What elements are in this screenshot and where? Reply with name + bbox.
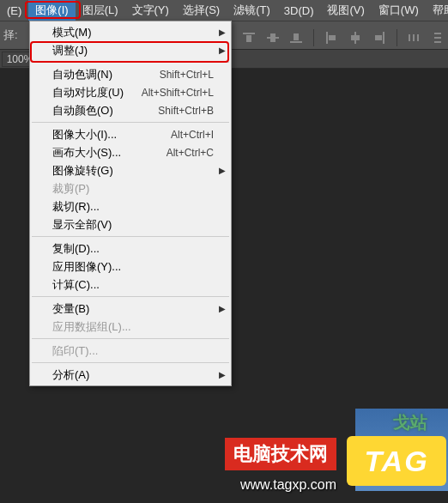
menu-item[interactable]: 画布大小(S)...Alt+Ctrl+C xyxy=(30,143,231,161)
menu-item[interactable]: 计算(C)... xyxy=(30,276,231,294)
svg-rect-11 xyxy=(375,35,382,40)
menu-item-label: 应用数据组(L)... xyxy=(52,319,131,335)
menu-item: 陷印(T)... xyxy=(30,342,231,360)
menu-image[interactable]: 图像(I) xyxy=(28,0,75,21)
submenu-arrow-icon: ▶ xyxy=(219,27,226,37)
menu-item: 应用数据组(L)... xyxy=(30,318,231,336)
menu-item-label: 图像大小(I)... xyxy=(52,127,117,142)
distribute-v-icon[interactable] xyxy=(428,28,447,47)
menu-item-shortcut: Alt+Ctrl+I xyxy=(171,129,214,141)
divider xyxy=(313,29,314,46)
menu-item[interactable]: 显示全部(V) xyxy=(30,215,231,233)
svg-rect-10 xyxy=(383,32,384,44)
menu-item[interactable]: 图像大小(I)...Alt+Ctrl+I xyxy=(30,125,231,143)
submenu-arrow-icon: ▶ xyxy=(219,166,226,175)
submenu-arrow-icon: ▶ xyxy=(219,304,226,313)
watermark-tag: TAG xyxy=(347,436,446,486)
menubar: (E) 图像(I) 图层(L) 文字(Y) 选择(S) 滤镜(T) 3D(D) … xyxy=(0,0,448,21)
svg-rect-14 xyxy=(417,34,419,41)
menu-separator xyxy=(32,338,229,339)
svg-rect-3 xyxy=(270,33,275,42)
menu-item[interactable]: 自动颜色(O)Shift+Ctrl+B xyxy=(30,101,231,119)
align-vcenter-icon[interactable] xyxy=(263,28,282,47)
menu-separator xyxy=(32,122,229,123)
align-hcenter-icon[interactable] xyxy=(346,28,365,47)
image-menu-dropdown: 模式(M)▶调整(J)▶自动色调(N)Shift+Ctrl+L自动对比度(U)A… xyxy=(29,21,232,386)
menu-item-label: 应用图像(Y)... xyxy=(52,259,121,275)
svg-rect-1 xyxy=(246,35,251,42)
alignment-toolbar xyxy=(232,26,448,50)
menu-edit[interactable]: (E) xyxy=(0,2,28,20)
menu-item-shortcut: Shift+Ctrl+B xyxy=(158,105,214,117)
distribute-h-icon[interactable] xyxy=(404,28,423,47)
watermark-site: 电脑技术网 xyxy=(225,438,336,470)
menu-text[interactable]: 文字(Y) xyxy=(125,0,176,21)
menu-item[interactable]: 分析(A)▶ xyxy=(30,366,231,384)
menu-item-label: 复制(D)... xyxy=(52,241,100,257)
menu-separator xyxy=(32,296,229,297)
menu-item-label: 分析(A) xyxy=(52,367,89,383)
menu-item[interactable]: 自动色调(N)Shift+Ctrl+L xyxy=(30,65,231,83)
menu-window[interactable]: 窗口(W) xyxy=(372,0,426,21)
menu-separator xyxy=(32,362,229,363)
svg-rect-7 xyxy=(329,35,336,40)
menu-item-label: 自动色调(N) xyxy=(52,67,112,82)
toolbar-label: 择: xyxy=(3,27,18,43)
menu-item[interactable]: 裁切(R)... xyxy=(30,197,231,215)
menu-layer[interactable]: 图层(L) xyxy=(76,0,125,21)
align-left-icon[interactable] xyxy=(322,28,341,47)
menu-item-label: 图像旋转(G) xyxy=(52,163,113,179)
menu-3d[interactable]: 3D(D) xyxy=(277,2,321,20)
svg-rect-13 xyxy=(413,34,415,41)
svg-rect-5 xyxy=(294,33,299,40)
menu-item-label: 自动颜色(O) xyxy=(52,103,113,118)
svg-rect-6 xyxy=(326,32,328,44)
menu-item[interactable]: 自动对比度(U)Alt+Shift+Ctrl+L xyxy=(30,83,231,101)
svg-rect-15 xyxy=(434,33,441,34)
menu-separator xyxy=(32,236,229,237)
menu-item-label: 画布大小(S)... xyxy=(52,145,121,161)
menu-separator xyxy=(32,62,229,63)
menu-item-label: 裁切(R)... xyxy=(52,199,100,215)
svg-rect-16 xyxy=(434,37,441,39)
menu-item-label: 自动对比度(U) xyxy=(52,85,124,100)
menu-item-label: 计算(C)... xyxy=(52,277,100,293)
submenu-arrow-icon: ▶ xyxy=(219,370,226,379)
svg-rect-4 xyxy=(290,41,302,43)
menu-item-label: 显示全部(V) xyxy=(52,217,112,233)
menu-item-label: 变量(B) xyxy=(52,301,89,317)
menu-item-label: 裁剪(P) xyxy=(52,181,89,197)
align-top-icon[interactable] xyxy=(239,28,258,47)
menu-item-shortcut: Shift+Ctrl+L xyxy=(160,69,214,81)
menu-item-label: 调整(J) xyxy=(52,43,88,58)
menu-help[interactable]: 帮助(H) xyxy=(426,0,448,21)
menu-item[interactable]: 应用图像(Y)... xyxy=(30,258,231,276)
menu-filter[interactable]: 滤镜(T) xyxy=(227,0,277,21)
svg-rect-9 xyxy=(351,35,360,40)
divider xyxy=(397,29,397,46)
align-bottom-icon[interactable] xyxy=(288,28,306,47)
svg-rect-12 xyxy=(409,34,410,41)
watermark-url: www.tagxp.com xyxy=(240,477,336,493)
menu-item-label: 模式(M) xyxy=(52,25,92,40)
watermark-extra: 戈站 xyxy=(393,411,427,434)
align-right-icon[interactable] xyxy=(370,28,389,47)
submenu-arrow-icon: ▶ xyxy=(219,45,226,55)
menu-item-shortcut: Alt+Ctrl+C xyxy=(166,147,214,159)
menu-select[interactable]: 选择(S) xyxy=(176,0,227,21)
menu-item[interactable]: 变量(B)▶ xyxy=(30,300,231,318)
menu-view[interactable]: 视图(V) xyxy=(320,0,371,21)
menu-item[interactable]: 调整(J)▶ xyxy=(30,41,231,59)
menu-item-label: 陷印(T)... xyxy=(52,343,98,359)
svg-rect-0 xyxy=(243,33,255,34)
menu-item[interactable]: 模式(M)▶ xyxy=(30,23,231,41)
menu-item[interactable]: 图像旋转(G)▶ xyxy=(30,161,231,179)
menu-item: 裁剪(P) xyxy=(30,179,231,197)
menu-item[interactable]: 复制(D)... xyxy=(30,239,231,258)
menu-item-shortcut: Alt+Shift+Ctrl+L xyxy=(142,87,214,99)
svg-rect-17 xyxy=(434,41,441,43)
